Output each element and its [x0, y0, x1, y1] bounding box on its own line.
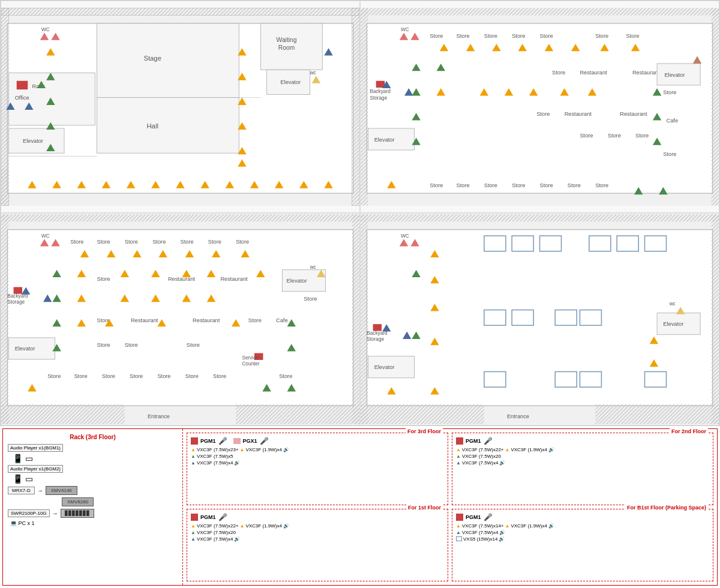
phone-icon-2: 📱 ▭ — [13, 474, 178, 484]
svg-text:WC: WC — [401, 233, 409, 239]
svg-text:Store: Store — [512, 33, 525, 39]
zone-3f-title: For 3rd Floor — [406, 428, 443, 434]
svg-text:Store: Store — [580, 133, 593, 139]
svg-text:wc: wc — [669, 301, 676, 307]
zone-b1f-line3: VXS5 (15W)x14 🔊 — [456, 536, 709, 542]
pc-label: 💻 PC x 1 — [10, 520, 178, 526]
zone-3f-line2: ▲ VXC3F (7.5W)x5 — [191, 454, 444, 459]
svg-text:Elevator: Elevator — [374, 137, 395, 143]
speaker-icon-5: 🔊 — [283, 523, 289, 529]
zone-3f-pgm-row: PGM1 🎤 PGX1 🎤 — [191, 437, 444, 445]
mic-2f-icon: 🎤 — [484, 437, 493, 445]
svg-text:Store: Store — [187, 342, 200, 348]
svg-rect-132 — [1, 214, 359, 221]
pgm1-3f-label: PGM1 — [200, 438, 216, 444]
zone-3f-line3-text: VXC3F (7.5W)x4 — [197, 460, 233, 466]
svg-rect-133 — [1, 404, 125, 424]
svg-text:Store: Store — [208, 239, 221, 245]
pgm1-b1f-label: PGM1 — [466, 514, 481, 520]
svg-text:Restaurant: Restaurant — [580, 70, 607, 76]
svg-rect-62 — [361, 8, 719, 15]
svg-text:Restaurant: Restaurant — [131, 317, 158, 323]
svg-text:Store: Store — [457, 182, 470, 188]
svg-text:Store: Store — [102, 373, 115, 379]
zone-b1f-line2: ▲ VXC3F (7.5W)x4 🔊 — [456, 530, 709, 535]
svg-text:Store: Store — [97, 276, 110, 282]
svg-text:Storage: Storage — [367, 337, 384, 342]
vxs5-icon — [456, 536, 462, 541]
svg-rect-130 — [1, 214, 8, 424]
zone-2f: For 2nd Floor PGM1 🎤 ▲ VXC3F (7.5W)x22+ … — [452, 433, 713, 505]
svg-text:Store: Store — [279, 373, 292, 379]
svg-rect-214 — [361, 214, 368, 424]
svg-text:Store: Store — [157, 373, 170, 379]
zone-1f-line1-text: VXC3F (7.5W)x22+ — [197, 523, 239, 529]
zone-2f-pgm-row: PGM1 🎤 — [456, 437, 709, 445]
zone-2f-line3-text: VXC3F (7.5W)x4 — [462, 460, 498, 466]
zone-1f-line3-text: VXC3F (7.5W)x4 — [197, 536, 233, 542]
speaker-icon-1: 🔊 — [283, 447, 289, 452]
floor-maps: 3F — [0, 0, 720, 426]
svg-text:Waiting: Waiting — [277, 37, 297, 43]
svg-text:Store: Store — [635, 133, 649, 139]
svg-text:Store: Store — [248, 317, 262, 323]
pgm1-b1f-icon — [456, 514, 463, 521]
speaker-icon-7: 🔊 — [548, 523, 554, 529]
zone-b1f-line1b-text: VXC3F (1.9W)x4 — [511, 523, 547, 529]
svg-text:Room: Room — [278, 44, 295, 51]
svg-rect-60 — [361, 8, 368, 205]
zone-1f-line2-text: VXC3F (7.5W)x20 — [197, 530, 236, 535]
pgx1-3f-icon — [233, 438, 241, 444]
svg-text:Store: Store — [595, 182, 608, 188]
floor-1f: 1F Entrance WC — [1, 213, 360, 425]
zone-2f-line2: ▲ VXC3F (7.5W)x20 — [456, 454, 709, 459]
zone-2f-line2-text: VXC3F (7.5W)x20 — [462, 454, 501, 459]
svg-text:Elevator: Elevator — [663, 321, 683, 327]
mic-b1f-icon: 🎤 — [484, 513, 493, 521]
rack-title: Rack (3rd Floor) — [8, 434, 178, 440]
svg-text:Elevator: Elevator — [23, 138, 43, 144]
speaker-icon-3: 🔊 — [548, 447, 554, 452]
mic-3f-icon: 🎤 — [218, 437, 227, 445]
arrow-1: → — [37, 487, 43, 494]
speaker-icon-8: 🔊 — [499, 530, 505, 535]
pgm1-2f-label: PGM1 — [466, 438, 481, 444]
zone-3f-line3: ▲ VXC3F (7.5W)x4 🔊 — [191, 460, 444, 466]
system-diagram: Rack (3rd Floor) Audio Player x1(BGM1) 📱… — [2, 428, 718, 586]
pgm1-1f-label: PGM1 — [200, 514, 216, 520]
svg-text:Elevator: Elevator — [287, 278, 307, 284]
zone-b1f-line2-text: VXC3F (7.5W)x4 — [462, 530, 498, 535]
svg-text:Elevator: Elevator — [280, 79, 301, 85]
svg-text:Restaurant: Restaurant — [632, 70, 660, 76]
zone-b1f-pgm-row: PGM1 🎤 — [456, 513, 709, 521]
zone-1f-line1: ▲ VXC3F (7.5W)x22+ ▲ VXC3F (1.9W)x4 🔊 — [191, 523, 444, 529]
zones-grid: For 3rd Floor PGM1 🎤 PGX1 🎤 ▲ VXC3F (7.5… — [183, 429, 717, 585]
svg-text:Store: Store — [97, 239, 110, 245]
main-container: 3F — [0, 0, 720, 588]
svg-rect-6 — [1, 169, 8, 206]
zone-1f-title: For 1st Floor — [406, 505, 443, 511]
svg-rect-217 — [361, 404, 484, 424]
svg-rect-129 — [7, 230, 353, 406]
rack-section: Rack (3rd Floor) Audio Player x1(BGM1) 📱… — [3, 429, 183, 585]
svg-text:Store: Store — [125, 239, 138, 245]
svg-text:Store: Store — [213, 373, 226, 379]
svg-text:Store: Store — [457, 33, 470, 39]
svg-rect-134 — [236, 404, 359, 424]
zone-2f-line1-text: VXC3F (7.5W)x22+ — [462, 447, 504, 452]
svg-text:Entrance: Entrance — [148, 413, 170, 419]
svg-text:Store: Store — [663, 89, 676, 95]
laptop-icon: 💻 — [10, 520, 17, 526]
svg-text:Store: Store — [608, 133, 621, 139]
floor-b1f: B1F (Parking Space) Entrance — [360, 213, 719, 425]
svg-text:Store: Store — [552, 70, 565, 76]
swr-box: SWR2100P-10G — [8, 509, 50, 517]
svg-rect-218 — [595, 404, 719, 424]
mic-pgx-icon: 🎤 — [260, 437, 269, 445]
audio-player-2-box: Audio Player x1(BGM2) — [8, 465, 63, 473]
svg-text:Store: Store — [568, 182, 581, 188]
svg-text:Store: Store — [540, 182, 553, 188]
zone-3f-line1-text: VXC3F (7.5W)x23+ — [197, 447, 239, 452]
svg-text:Store: Store — [484, 33, 497, 39]
zone-3f-line2-text: VXC3F (7.5W)x5 — [197, 454, 233, 459]
